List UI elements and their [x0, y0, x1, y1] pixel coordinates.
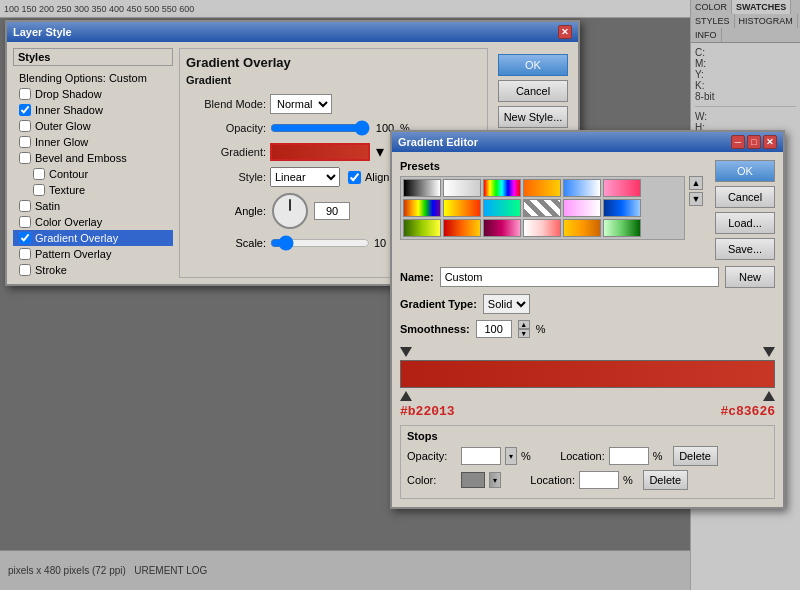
- panel-tab-styles[interactable]: STYLES: [691, 14, 735, 28]
- preset-blue2[interactable]: [603, 199, 641, 217]
- gradient-new-button[interactable]: New: [725, 266, 775, 288]
- panel-tab-color[interactable]: COLOR: [691, 0, 732, 14]
- align-label: Align: [365, 171, 389, 183]
- preset-scroll-down[interactable]: ▼: [689, 192, 703, 206]
- angle-input[interactable]: [314, 202, 350, 220]
- preset-cool[interactable]: [483, 199, 521, 217]
- angle-dial[interactable]: [272, 193, 308, 229]
- preset-blue-white[interactable]: [563, 179, 601, 197]
- preset-warm[interactable]: [443, 199, 481, 217]
- gradient-preview[interactable]: [270, 143, 370, 161]
- preset-gold[interactable]: [563, 219, 601, 237]
- texture-check[interactable]: [33, 184, 45, 196]
- outer-glow-check[interactable]: [19, 120, 31, 132]
- color-overlay-check[interactable]: [19, 216, 31, 228]
- preset-orange[interactable]: [523, 179, 561, 197]
- ge-load-button[interactable]: Load...: [715, 212, 775, 234]
- blend-mode-select[interactable]: Normal: [270, 94, 332, 114]
- style-pattern-overlay[interactable]: Pattern Overlay: [13, 246, 173, 262]
- smooth-up-btn[interactable]: ▲: [518, 320, 530, 329]
- ge-titlebar: Gradient Editor ─ □ ✕: [392, 132, 783, 152]
- opacity-slider[interactable]: [270, 120, 370, 136]
- bottom-left-stop[interactable]: [400, 390, 412, 402]
- style-blending-options[interactable]: Blending Options: Custom: [13, 70, 173, 86]
- preset-green-yellow[interactable]: [403, 219, 441, 237]
- pattern-overlay-check[interactable]: [19, 248, 31, 260]
- preset-scroll-up[interactable]: ▲: [689, 176, 703, 190]
- style-gradient-overlay[interactable]: Gradient Overlay: [13, 230, 173, 246]
- panel-tab-info[interactable]: INFO: [691, 28, 722, 42]
- ge-minimize-btn[interactable]: ─: [731, 135, 745, 149]
- cancel-button[interactable]: Cancel: [498, 80, 568, 102]
- ge-cancel-button[interactable]: Cancel: [715, 186, 775, 208]
- preset-red-white[interactable]: [523, 219, 561, 237]
- smoothness-row: Smoothness: ▲ ▼ %: [400, 320, 775, 338]
- style-color-overlay[interactable]: Color Overlay: [13, 214, 173, 230]
- gradient-bar[interactable]: [400, 360, 775, 388]
- top-left-stop[interactable]: [400, 346, 412, 358]
- ge-ok-button[interactable]: OK: [715, 160, 775, 182]
- smooth-down-btn[interactable]: ▼: [518, 329, 530, 338]
- stop-opacity-stepper[interactable]: ▾: [505, 447, 517, 465]
- layer-style-close-btn[interactable]: ✕: [558, 25, 572, 39]
- style-bevel-emboss[interactable]: Bevel and Emboss: [13, 150, 173, 166]
- style-inner-shadow[interactable]: Inner Shadow: [13, 102, 173, 118]
- bottom-right-stop[interactable]: [763, 390, 775, 402]
- name-input[interactable]: [440, 267, 719, 287]
- scale-slider[interactable]: [270, 235, 370, 251]
- blend-mode-label: Blend Mode:: [186, 98, 266, 110]
- preset-lavender[interactable]: [563, 199, 601, 217]
- preset-rose[interactable]: [483, 219, 521, 237]
- gradient-type-row: Gradient Type: Solid: [400, 294, 775, 314]
- gradient-editor-dialog: Gradient Editor ─ □ ✕ Presets: [390, 130, 785, 509]
- satin-check[interactable]: [19, 200, 31, 212]
- stop-opacity-location-input[interactable]: [609, 447, 649, 465]
- stop-opacity-input[interactable]: [461, 447, 501, 465]
- preset-bw[interactable]: [403, 179, 441, 197]
- contour-check[interactable]: [33, 168, 45, 180]
- ge-maximize-btn[interactable]: □: [747, 135, 761, 149]
- inner-shadow-check[interactable]: [19, 104, 31, 116]
- preset-spectrum[interactable]: [403, 199, 441, 217]
- panel-tab-swatches[interactable]: SWATCHES: [732, 0, 791, 14]
- smoothness-input[interactable]: [476, 320, 512, 338]
- drop-shadow-check[interactable]: [19, 88, 31, 100]
- preset-stripe[interactable]: [523, 199, 561, 217]
- preset-fire[interactable]: [443, 219, 481, 237]
- preset-transparent[interactable]: [443, 179, 481, 197]
- preset-pink[interactable]: [603, 179, 641, 197]
- stop-color-swatch[interactable]: [461, 472, 485, 488]
- stop-color-arrow[interactable]: ▾: [489, 472, 501, 488]
- gradient-overlay-check[interactable]: [19, 232, 31, 244]
- ge-close-btn[interactable]: ✕: [763, 135, 777, 149]
- style-inner-glow[interactable]: Inner Glow: [13, 134, 173, 150]
- style-contour[interactable]: Contour: [13, 166, 173, 182]
- bottom-bar: pixels x 480 pixels (72 ppi) UREMENT LOG: [0, 550, 690, 590]
- top-right-stop[interactable]: [763, 346, 775, 358]
- color-label-left: #b22013: [400, 404, 455, 419]
- inner-glow-check[interactable]: [19, 136, 31, 148]
- ok-button[interactable]: OK: [498, 54, 568, 76]
- presets-grid: [400, 176, 685, 240]
- style-stroke[interactable]: Stroke: [13, 262, 173, 278]
- go-subtitle: Gradient: [186, 74, 481, 86]
- style-drop-shadow[interactable]: Drop Shadow: [13, 86, 173, 102]
- stop-color-label: Color:: [407, 474, 457, 486]
- gradient-type-select[interactable]: Solid: [483, 294, 530, 314]
- stroke-check[interactable]: [19, 264, 31, 276]
- gradient-dropdown-icon[interactable]: ▾: [376, 142, 384, 161]
- style-satin[interactable]: Satin: [13, 198, 173, 214]
- style-select[interactable]: Linear: [270, 167, 340, 187]
- preset-green[interactable]: [603, 219, 641, 237]
- panel-tab-histogram[interactable]: HISTOGRAM: [735, 14, 798, 28]
- style-outer-glow[interactable]: Outer Glow: [13, 118, 173, 134]
- bevel-emboss-check[interactable]: [19, 152, 31, 164]
- preset-rainbow[interactable]: [483, 179, 521, 197]
- new-style-button[interactable]: New Style...: [498, 106, 568, 128]
- opacity-delete-button[interactable]: Delete: [673, 446, 718, 466]
- stop-color-location-input[interactable]: [579, 471, 619, 489]
- style-texture[interactable]: Texture: [13, 182, 173, 198]
- ge-save-button[interactable]: Save...: [715, 238, 775, 260]
- align-checkbox[interactable]: [348, 171, 361, 184]
- color-delete-button[interactable]: Delete: [643, 470, 688, 490]
